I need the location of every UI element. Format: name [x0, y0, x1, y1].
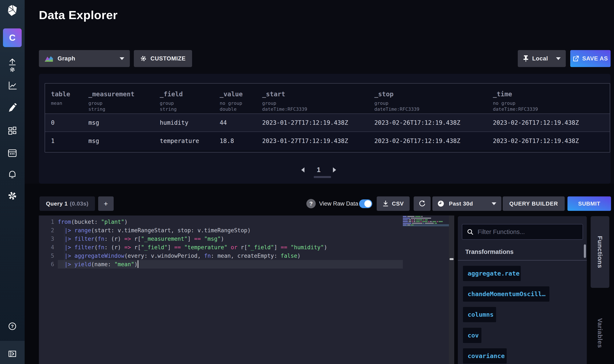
sidebar-nav: C — [0, 0, 25, 364]
code-token: r[ — [237, 244, 247, 250]
page-title: Data Explorer — [39, 8, 118, 22]
prev-page-arrow-icon[interactable] — [301, 167, 305, 172]
code-token — [58, 227, 64, 234]
code-token — [58, 244, 64, 250]
scope-dropdown[interactable]: Local — [518, 50, 566, 67]
line-number: 6 — [39, 260, 54, 269]
query-tab[interactable]: Query 1 (0.03s) — [40, 196, 95, 211]
code-token — [287, 244, 291, 250]
expand-nav-icon[interactable] — [7, 349, 17, 359]
download-icon — [383, 200, 389, 207]
next-page-arrow-icon[interactable] — [333, 167, 336, 172]
filter-functions-search[interactable] — [462, 224, 583, 240]
csv-download-button[interactable]: CSV — [377, 196, 410, 211]
query-duration: (0.03s) — [70, 200, 89, 207]
table-cell: 2023-02-26T17:12:19.438Z — [374, 137, 493, 144]
code-token: ( — [94, 236, 98, 242]
influxdb-logo[interactable] — [7, 5, 18, 16]
table-cell: 2023-02-26T17:12:19.438Z — [374, 119, 493, 126]
refresh-button[interactable] — [414, 196, 431, 211]
page-number: 1 — [317, 166, 321, 174]
code-token: => — [124, 236, 131, 242]
table-header-cell: _valueno group double — [220, 90, 262, 114]
divider-drag-handle[interactable] — [449, 258, 454, 260]
function-chip[interactable]: covariance — [463, 348, 507, 364]
code-token: fn — [98, 236, 104, 242]
table-cell: msg — [88, 119, 160, 126]
raw-data-panel: tablemean_measurementgroup string_fieldg… — [39, 74, 611, 184]
chevron-down-icon — [556, 57, 561, 60]
function-chip[interactable]: aggregate.rate — [463, 266, 521, 281]
function-chip[interactable]: chandeMomentumOscill… — [463, 286, 549, 302]
tab-functions[interactable]: Functions — [591, 216, 609, 288]
code-token: == — [194, 236, 201, 242]
indent-guide — [64, 226, 64, 269]
table-scroll-indicator[interactable] — [314, 176, 331, 178]
view-type-label: Graph — [57, 55, 75, 62]
code-token — [58, 236, 64, 242]
view-type-dropdown[interactable]: Graph — [39, 50, 130, 67]
line-number: 2 — [39, 226, 54, 234]
table-header-cell: _timeno group dateTime:RFC3339 — [493, 90, 610, 114]
data-explorer-icon[interactable] — [7, 81, 17, 90]
submit-button[interactable]: SUBMIT — [568, 196, 611, 211]
notebooks-edit-icon[interactable] — [7, 103, 17, 112]
clock-icon — [437, 200, 444, 207]
scope-label: Local — [532, 55, 548, 62]
svg-text:?: ? — [11, 324, 14, 329]
table-cell: 1 — [51, 137, 88, 144]
tab-functions-label: Functions — [596, 236, 604, 268]
time-range-dropdown[interactable]: Past 30d — [432, 196, 502, 211]
tasks-calendar-icon[interactable] — [7, 148, 17, 158]
table-cell: 18.8 — [220, 137, 262, 144]
chevron-down-icon — [120, 57, 124, 60]
save-as-button[interactable]: SAVE AS — [570, 50, 611, 67]
table-cell: 2023-02-26T17:12:19.438Z — [493, 119, 610, 126]
table-header-cell: _measurementgroup string — [88, 90, 160, 114]
csv-label: CSV — [392, 200, 404, 207]
view-raw-data-toggle[interactable] — [359, 199, 372, 208]
time-range-label: Past 30d — [449, 200, 473, 207]
function-chip[interactable]: columns — [463, 307, 496, 322]
code-token: => — [124, 244, 131, 250]
code-lines: 1from(bucket: "plant")2 |> range(start: … — [39, 218, 403, 269]
table-header-row: tablemean_measurementgroup string_fieldg… — [45, 84, 610, 114]
function-chip[interactable]: cov — [463, 328, 481, 343]
raw-data-help-icon[interactable]: ? — [306, 199, 316, 208]
query-builder-button[interactable]: QUERY BUILDER — [503, 196, 565, 211]
table-cell: 2023-01-27T17:12:19.438Z — [262, 119, 374, 126]
alerts-bell-icon[interactable] — [7, 169, 17, 179]
code-token: == — [174, 244, 181, 250]
search-icon — [467, 229, 473, 235]
functions-panel: Transformations aggregate.ratechandeMome… — [458, 216, 587, 364]
dashboards-icon[interactable] — [7, 126, 17, 136]
code-token: false — [281, 253, 297, 259]
settings-gear-icon[interactable] — [7, 191, 17, 201]
help-icon[interactable]: ? — [7, 321, 17, 331]
table-cell: msg — [88, 137, 160, 144]
tab-variables-label: Variables — [596, 318, 604, 348]
editor-panel-divider — [449, 216, 454, 364]
customize-button[interactable]: CUSTOMIZE — [134, 50, 192, 67]
table-cell: 44 — [220, 119, 262, 126]
load-data-icon[interactable] — [7, 58, 17, 73]
code-line: 3 |> filter(fn: (r) => r["_measurement"]… — [39, 234, 403, 243]
flux-code-editor[interactable]: 1from(bucket: "plant")2 |> range(start: … — [39, 216, 449, 364]
code-line: 5 |> aggregateWindow(every: v.windowPeri… — [39, 252, 403, 260]
table-cell: 2023-02-26T17:12:19.438Z — [493, 137, 610, 144]
table-header-cell: tablemean — [51, 90, 88, 114]
code-token: : (r) — [104, 244, 124, 250]
code-token: "_measurement" — [141, 236, 187, 242]
functions-scrollbar[interactable] — [584, 244, 586, 258]
code-token: ] — [168, 244, 174, 250]
add-query-button[interactable]: + — [98, 196, 114, 211]
code-token: : (r) — [104, 236, 124, 242]
org-avatar[interactable]: C — [3, 28, 22, 47]
filter-functions-input[interactable] — [478, 228, 578, 235]
tab-variables[interactable]: Variables — [591, 305, 609, 361]
editor-minimap[interactable] — [403, 216, 449, 364]
code-token: "_field" — [247, 244, 274, 250]
table-cell: 2023-01-27T17:12:19.438Z — [262, 137, 374, 144]
code-token: or — [231, 244, 237, 250]
refresh-icon — [419, 200, 426, 207]
